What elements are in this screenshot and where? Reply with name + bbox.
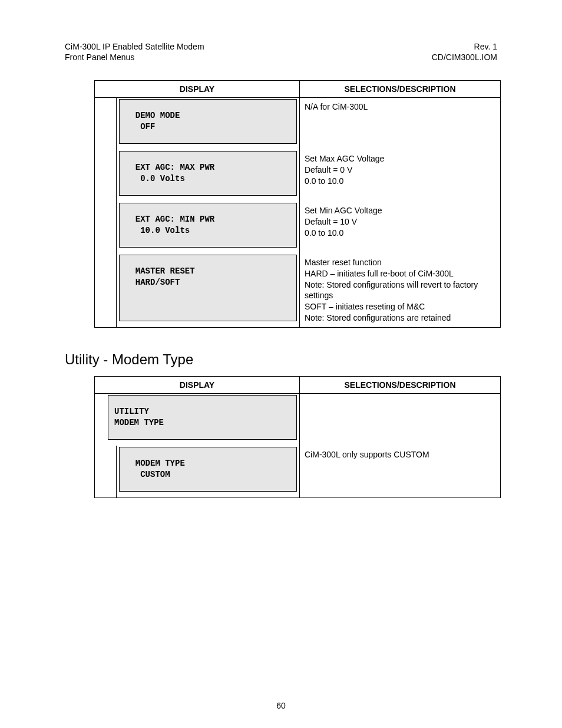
header-right-line2: CD/CIM300L.IOM xyxy=(432,52,497,62)
page-header: CiM-300L IP Enabled Satellite Modem Fron… xyxy=(65,41,497,62)
header-right: Rev. 1 CD/CIM300L.IOM xyxy=(432,41,497,62)
description-cell: N/A for CiM-300L xyxy=(300,98,500,150)
display-cell: EXT AGC: MIN PWR 10.0 Volts xyxy=(95,202,300,253)
indent-spacer xyxy=(95,98,117,150)
indent-spacer xyxy=(95,446,117,498)
th-display: DISPLAY xyxy=(95,81,300,98)
description-cell: CiM-300L only supports CUSTOM xyxy=(300,446,500,498)
table-row: DEMO MODE OFF N/A for CiM-300L xyxy=(95,98,500,150)
table-row: MODEM TYPE CUSTOM CiM-300L only supports… xyxy=(95,446,500,498)
display-cell: MASTER RESET HARD/SOFT xyxy=(95,253,300,327)
table-utility-modem-type: DISPLAY SELECTIONS/DESCRIPTION UTILITY M… xyxy=(94,376,501,498)
header-right-line1: Rev. 1 xyxy=(432,41,497,52)
indent-spacer xyxy=(95,202,117,253)
lcd-display-text: MASTER RESET HARD/SOFT xyxy=(119,255,297,321)
th-display: DISPLAY xyxy=(95,377,300,394)
table-row: UTILITY MODEM TYPE xyxy=(95,394,500,446)
th-description: SELECTIONS/DESCRIPTION xyxy=(300,377,500,394)
table-display-selections: DISPLAY SELECTIONS/DESCRIPTION DEMO MODE… xyxy=(94,80,501,328)
display-cell: UTILITY MODEM TYPE xyxy=(95,394,300,446)
table-row: EXT AGC: MIN PWR 10.0 Volts Set Min AGC … xyxy=(95,202,500,253)
indent-spacer xyxy=(95,150,117,202)
lcd-display-text: MODEM TYPE CUSTOM xyxy=(119,447,297,492)
lcd-display-text: DEMO MODE OFF xyxy=(119,99,297,144)
table-row: MASTER RESET HARD/SOFT Master reset func… xyxy=(95,253,500,327)
lcd-display-text: EXT AGC: MAX PWR 0.0 Volts xyxy=(119,151,297,196)
section-heading: Utility - Modem Type xyxy=(65,351,497,368)
table-row: EXT AGC: MAX PWR 0.0 Volts Set Max AGC V… xyxy=(95,150,500,202)
description-cell: Set Max AGC VoltageDefault = 0 V0.0 to 1… xyxy=(300,150,500,202)
th-description: SELECTIONS/DESCRIPTION xyxy=(300,81,500,98)
page-number: 60 xyxy=(0,701,562,710)
table-header-row: DISPLAY SELECTIONS/DESCRIPTION xyxy=(95,81,500,98)
lcd-display-text: UTILITY MODEM TYPE xyxy=(108,395,297,440)
display-cell: DEMO MODE OFF xyxy=(95,98,300,150)
document-page: CiM-300L IP Enabled Satellite Modem Fron… xyxy=(0,0,562,728)
header-left: CiM-300L IP Enabled Satellite Modem Fron… xyxy=(65,41,204,62)
description-cell: Master reset functionHARD – initiates fu… xyxy=(300,253,500,327)
header-left-line2: Front Panel Menus xyxy=(65,52,204,62)
display-cell: EXT AGC: MAX PWR 0.0 Volts xyxy=(95,150,300,202)
header-left-line1: CiM-300L IP Enabled Satellite Modem xyxy=(65,41,204,52)
lcd-display-text: EXT AGC: MIN PWR 10.0 Volts xyxy=(119,203,297,248)
display-cell: MODEM TYPE CUSTOM xyxy=(95,446,300,498)
table-header-row: DISPLAY SELECTIONS/DESCRIPTION xyxy=(95,377,500,394)
indent-spacer xyxy=(95,253,117,327)
description-cell: Set Min AGC VoltageDefault = 10 V0.0 to … xyxy=(300,202,500,253)
description-cell xyxy=(300,394,500,446)
